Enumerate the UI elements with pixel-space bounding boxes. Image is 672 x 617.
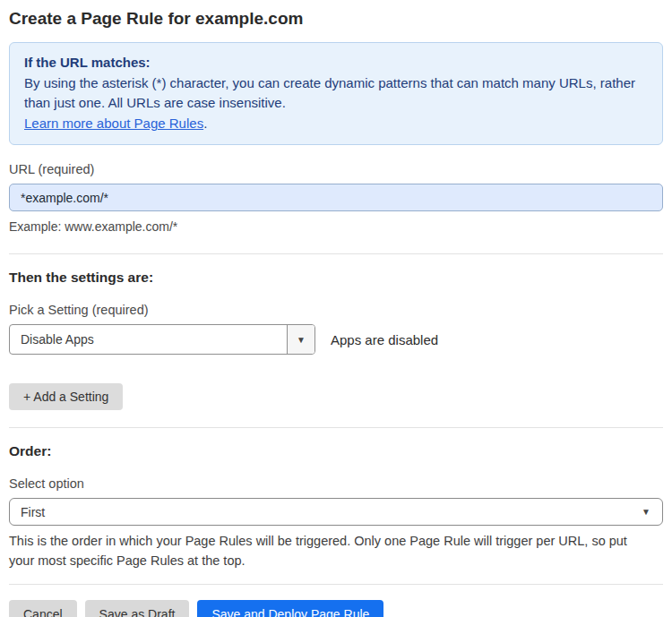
page-title: Create a Page Rule for example.com: [9, 7, 663, 30]
pick-setting-label: Pick a Setting (required): [9, 303, 663, 317]
order-selected-value: First: [10, 505, 642, 519]
info-box-body: By using the asterisk (*) character, you…: [24, 73, 648, 113]
setting-status-text: Apps are disabled: [331, 332, 438, 347]
url-helper-text: Example: www.example.com/*: [9, 218, 663, 236]
order-section-heading: Order:: [9, 443, 663, 459]
save-draft-button[interactable]: Save as Draft: [85, 600, 190, 617]
divider: [9, 253, 663, 254]
cancel-button[interactable]: Cancel: [9, 600, 77, 617]
footer-actions: Cancel Save as Draft Save and Deploy Pag…: [9, 600, 663, 617]
info-box-heading: If the URL matches:: [24, 53, 648, 73]
pick-setting-arrow-button[interactable]: ▼: [287, 325, 314, 354]
url-input[interactable]: [9, 184, 663, 211]
order-select[interactable]: First ▼: [9, 498, 663, 526]
info-box-link-row: Learn more about Page Rules.: [24, 114, 648, 133]
chevron-down-icon: ▼: [297, 335, 306, 345]
url-field-label: URL (required): [9, 162, 663, 176]
save-deploy-button[interactable]: Save and Deploy Page Rule: [197, 600, 383, 617]
setting-row: Disable Apps ▼ Apps are disabled: [9, 324, 663, 355]
link-suffix: .: [203, 116, 207, 131]
order-select-label: Select option: [9, 476, 663, 491]
add-setting-button[interactable]: + Add a Setting: [9, 383, 123, 410]
order-helper-text: This is the order in which your Page Rul…: [9, 531, 654, 570]
pick-setting-select[interactable]: Disable Apps ▼: [9, 324, 315, 355]
divider: [9, 584, 663, 585]
learn-more-link[interactable]: Learn more about Page Rules: [24, 116, 203, 131]
chevron-down-icon: ▼: [642, 507, 662, 517]
url-matches-info-box: If the URL matches: By using the asteris…: [9, 42, 663, 145]
pick-setting-selected-value: Disable Apps: [10, 325, 287, 354]
divider: [9, 427, 663, 428]
settings-section-heading: Then the settings are:: [9, 270, 663, 286]
